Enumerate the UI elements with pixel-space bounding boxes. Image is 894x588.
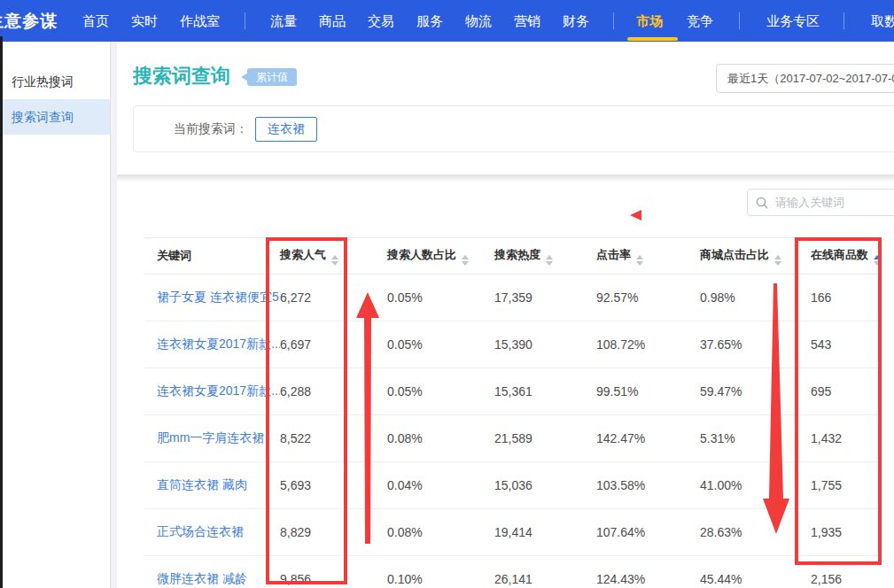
- nav-divider: [843, 12, 844, 29]
- cell-value: 15,036: [494, 478, 596, 492]
- nav-item-service[interactable]: 服务: [416, 0, 443, 42]
- column-header-0: 关键词: [157, 248, 280, 264]
- current-keyword-tag[interactable]: 连衣裙: [255, 117, 317, 142]
- column-label: 关键词: [157, 249, 191, 262]
- nav-item-compete[interactable]: 竞争: [687, 0, 713, 42]
- cell-value: 0.10%: [387, 572, 494, 586]
- cell-value: 0.04%: [387, 478, 494, 492]
- cell-value: 26,141: [494, 572, 596, 586]
- keyword-link[interactable]: 裙子女夏 连衣裙便宜5...: [157, 290, 280, 306]
- keyword-link[interactable]: 直筒连衣裙 藏肉: [157, 477, 280, 493]
- cell-value: 28.63%: [700, 525, 811, 539]
- sort-icon[interactable]: [546, 255, 553, 266]
- column-label: 在线商品数: [811, 248, 868, 261]
- sort-icon[interactable]: [462, 255, 469, 266]
- keyword-search-input[interactable]: [774, 195, 894, 210]
- column-header-4[interactable]: 点击率: [596, 247, 700, 266]
- search-words-table: 关键词搜索人气搜索人数占比搜索热度点击率商城点击占比在线商品数 裙子女夏 连衣裙…: [144, 237, 882, 588]
- nav-item-market[interactable]: 市场: [636, 0, 663, 42]
- cell-value: 1,755: [811, 478, 882, 492]
- current-keyword-label: 当前搜索词：: [174, 121, 248, 137]
- page-title: 搜索词查询: [133, 63, 230, 89]
- keyword-link[interactable]: 肥mm一字肩连衣裙: [157, 430, 280, 446]
- cell-value: 0.05%: [387, 290, 494, 305]
- nav-item-bizzone[interactable]: 业务专区: [766, 0, 820, 42]
- column-label: 商城点击占比: [700, 248, 769, 261]
- current-keyword-panel: 当前搜索词： 连衣裙: [133, 105, 894, 152]
- cell-value: 9,856: [280, 572, 387, 586]
- sort-icon[interactable]: [636, 255, 643, 266]
- table-row: 连衣裙女夏2017新款...6,6970.05%15,390108.72%37.…: [144, 321, 882, 368]
- keyword-link[interactable]: 连衣裙女夏2017新款...: [157, 337, 280, 352]
- keyword-link[interactable]: 微胖连衣裙 减龄: [157, 571, 280, 587]
- table-row: 微胖连衣裙 减龄9,8560.10%26,141124.43%45.44%2,1…: [144, 556, 882, 588]
- column-label: 搜索人数占比: [387, 248, 456, 261]
- cell-value: 0.08%: [387, 431, 494, 445]
- nav-item-trade[interactable]: 交易: [368, 0, 394, 42]
- screen: 生意参谋 首页 实时 作战室 流量 商品 交易 服务 物流 营销 财务 市场 竞…: [0, 0, 894, 588]
- column-header-6[interactable]: 在线商品数: [811, 247, 882, 266]
- cell-value: 1,935: [811, 525, 882, 539]
- cell-value: 0.05%: [387, 337, 494, 352]
- cell-value: 99.51%: [596, 384, 700, 398]
- cell-value: 59.47%: [700, 384, 811, 398]
- nav-item-goods[interactable]: 商品: [319, 0, 346, 42]
- cell-value: 543: [811, 337, 882, 352]
- sort-icon[interactable]: [874, 255, 881, 266]
- sidebar-item-hot-search-words[interactable]: 行业热搜词: [3, 64, 110, 99]
- date-range-selector[interactable]: 最近1天（2017-07-02~2017-07-02）: [716, 64, 894, 93]
- cell-value: 108.72%: [596, 337, 700, 352]
- app-logo[interactable]: 生意参谋: [0, 0, 58, 42]
- nav-item-finance[interactable]: 财务: [563, 0, 589, 42]
- screenshot-edge: [0, 36, 3, 588]
- table-header-row: 关键词搜索人气搜索人数占比搜索热度点击率商城点击占比在线商品数: [144, 237, 882, 275]
- table-row: 裙子女夏 连衣裙便宜5...6,2720.05%17,35992.57%0.98…: [144, 275, 882, 321]
- cell-value: 5.31%: [700, 431, 811, 445]
- keyword-link[interactable]: 正式场合连衣裙: [157, 524, 280, 540]
- nav-item-home[interactable]: 首页: [82, 0, 109, 42]
- sort-icon[interactable]: [774, 255, 781, 266]
- sidebar: 行业热搜词 搜索词查询: [3, 42, 111, 588]
- sort-icon[interactable]: [331, 255, 338, 266]
- nav-divider: [739, 12, 740, 29]
- nav-divider: [245, 12, 245, 29]
- column-label: 搜索热度: [494, 248, 540, 261]
- nav-item-warroom[interactable]: 作战室: [180, 0, 220, 42]
- column-label: 搜索人气: [280, 248, 326, 261]
- cell-value: 15,390: [494, 337, 596, 352]
- keyword-link[interactable]: 连衣裙女夏2017新款...: [157, 383, 280, 399]
- cell-value: 92.57%: [596, 290, 700, 305]
- cell-value: 15,361: [494, 384, 596, 398]
- cell-value: 124.43%: [596, 572, 700, 586]
- cell-value: 142.47%: [596, 431, 700, 445]
- nav-item-data[interactable]: 取数: [871, 0, 894, 42]
- cell-value: 19,414: [494, 525, 596, 539]
- cell-value: 695: [811, 384, 882, 398]
- cell-value: 8,522: [280, 431, 387, 445]
- table-row: 正式场合连衣裙8,8290.08%19,414107.64%28.63%1,93…: [144, 509, 882, 556]
- panel-shadow: [117, 174, 894, 182]
- table-row: 直筒连衣裙 藏肉5,6930.04%15,036103.58%41.00%1,7…: [144, 462, 882, 509]
- nav-divider: [613, 12, 614, 29]
- nav-item-logistics[interactable]: 物流: [465, 0, 492, 42]
- cell-value: 41.00%: [700, 478, 811, 492]
- search-icon: [756, 197, 768, 209]
- cell-value: 6,272: [280, 290, 387, 305]
- column-header-1[interactable]: 搜索人气: [280, 247, 387, 266]
- column-label: 点击率: [596, 248, 631, 261]
- cell-value: 45.44%: [700, 572, 811, 586]
- column-header-2[interactable]: 搜索人数占比: [387, 247, 494, 266]
- nav-item-traffic[interactable]: 流量: [270, 0, 297, 42]
- column-header-5[interactable]: 商城点击占比: [700, 247, 811, 266]
- cell-value: 6,288: [280, 384, 387, 398]
- table-body: 裙子女夏 连衣裙便宜5...6,2720.05%17,35992.57%0.98…: [144, 275, 882, 588]
- cumulative-badge: 累计值: [247, 68, 297, 86]
- active-tab-underline: [627, 37, 678, 41]
- sidebar-item-search-word-query[interactable]: 搜索词查询: [3, 99, 110, 135]
- table-row: 肥mm一字肩连衣裙8,5220.08%21,589142.47%5.31%1,4…: [144, 415, 882, 462]
- nav-item-marketing[interactable]: 营销: [514, 0, 540, 42]
- column-header-3[interactable]: 搜索热度: [494, 247, 596, 266]
- table-row: 连衣裙女夏2017新款...6,2880.05%15,36199.51%59.4…: [144, 368, 882, 415]
- nav-item-realtime[interactable]: 实时: [131, 0, 158, 42]
- cell-value: 107.64%: [596, 525, 700, 539]
